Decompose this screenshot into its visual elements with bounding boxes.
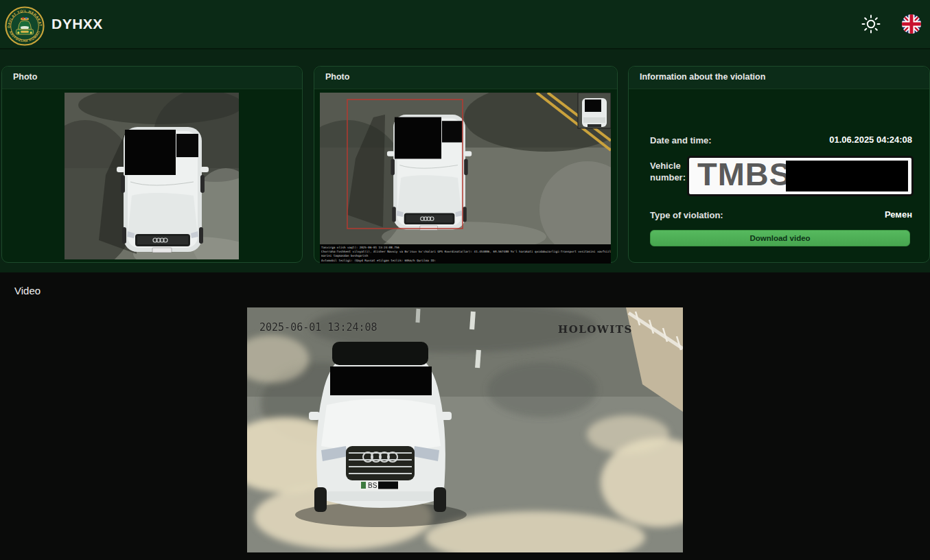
plate-text: TMBS: [697, 156, 791, 193]
video-player[interactable]: BS 2025-06-01 13:24:08 HOLOWITS: [247, 307, 683, 552]
redaction-box-windshield: [330, 366, 432, 395]
violation-page: DAVLAT YO'L HARAKATI XAVFSIZLIGI XIZMATI: [0, 0, 930, 560]
plate-redaction-box: [786, 161, 908, 191]
download-video-button[interactable]: Download video: [650, 230, 910, 246]
panel-title: Information about the violation: [629, 67, 929, 89]
violation-photo-left[interactable]: [65, 93, 239, 259]
video-license-plate: BS: [360, 480, 399, 490]
video-section: Video: [0, 272, 930, 560]
violation-type-label: Type of violation:: [650, 209, 723, 221]
sun-icon: [861, 14, 881, 34]
inset-thumbnail: [578, 93, 611, 128]
license-plate-image: TMBS: [687, 156, 914, 196]
video-frame-scene: BS: [247, 307, 683, 552]
photo-panel-left: Photo: [1, 66, 303, 263]
agency-logo-badge: DAVLAT YO'L HARAKATI XAVFSIZLIGI XIZMATI: [5, 6, 45, 46]
language-switcher-button[interactable]: [902, 14, 921, 34]
video-section-title: Video: [14, 285, 40, 296]
uk-flag-icon: [902, 14, 921, 34]
vehicle-number-label: Vehicle number:: [650, 160, 691, 183]
violation-type-value: Ремен: [885, 209, 912, 220]
video-timestamp-overlay: 2025-06-01 13:24:08: [259, 321, 377, 334]
app-header: DAVLAT YO'L HARAKATI XAVFSIZLIGI XIZMATI: [0, 0, 930, 49]
photo-right-scene: [320, 93, 611, 244]
app-title: DYHXX: [51, 16, 103, 32]
panel-title: Photo: [314, 67, 617, 89]
metadata-line: Avtomobil tezligi: (Qayd Ruxsat etilgan …: [321, 258, 611, 262]
panel-title: Photo: [2, 67, 302, 89]
photo-left-scene: [65, 93, 239, 259]
violation-info-panel: Information about the violation Date and…: [628, 66, 930, 263]
violation-photo-right[interactable]: Tasvirga olish vaqt(: 2025-06-01 13:24:0…: [320, 93, 611, 264]
redaction-box-plate: [378, 482, 398, 489]
svg-text:BS: BS: [368, 482, 377, 489]
car-top-view: [387, 115, 472, 230]
date-time-label: Date and time:: [650, 135, 712, 146]
redaction-box-large: [395, 117, 441, 159]
theme-toggle-button[interactable]: [861, 14, 881, 34]
top-area: DAVLAT YO'L HARAKATI XAVFSIZLIGI XIZMATI: [0, 0, 930, 272]
video-watermark: HOLOWITS: [558, 323, 633, 336]
date-time-value: 01.06.2025 04:24:08: [829, 135, 912, 145]
redaction-box-small: [176, 134, 198, 157]
photo-metadata-strip: Tasvirga olish vaqt(: 2025-06-01 13:24:0…: [320, 244, 611, 264]
car-top-view: [117, 127, 209, 253]
redaction-box-small: [442, 121, 462, 142]
photo-panel-right: Photo: [314, 66, 618, 263]
redaction-box-large: [125, 130, 176, 175]
